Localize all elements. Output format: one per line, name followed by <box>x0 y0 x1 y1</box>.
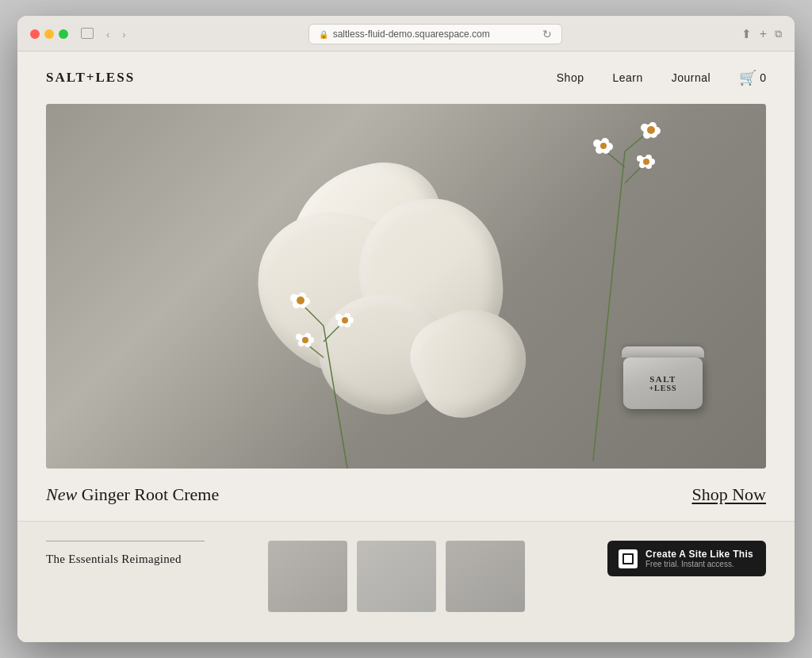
essentials-title: The Essentials Reimagined <box>46 553 252 566</box>
svg-point-19 <box>645 155 652 161</box>
svg-line-2 <box>601 147 625 167</box>
product-thumb-1[interactable] <box>268 541 347 612</box>
squarespace-badge[interactable]: Create A Site Like This Free trial. Inst… <box>607 541 766 576</box>
cart-count: 0 <box>760 71 766 84</box>
svg-point-15 <box>596 146 603 154</box>
traffic-lights <box>30 29 68 39</box>
svg-line-3 <box>625 163 645 183</box>
svg-point-11 <box>596 141 606 151</box>
squarespace-text-wrap: Create A Site Like This Free trial. Inst… <box>645 549 753 568</box>
svg-point-17 <box>600 143 607 149</box>
nav-learn[interactable]: Learn <box>612 71 642 84</box>
browser-actions: ⬆ + ⧉ <box>741 27 782 41</box>
hero-background: SALT +LESS <box>46 104 766 469</box>
svg-point-5 <box>649 122 657 130</box>
bottom-section: The Essentials Reimagined Create A Site … <box>17 521 795 642</box>
share-icon[interactable]: ⬆ <box>741 27 752 41</box>
svg-point-8 <box>643 131 651 139</box>
svg-point-20 <box>649 159 655 165</box>
svg-point-4 <box>643 124 654 136</box>
squarespace-main-text: Create A Site Like This <box>645 549 753 560</box>
back-button[interactable]: ‹ <box>103 27 113 42</box>
address-bar[interactable]: 🔒 saltless-fluid-demo.squarespace.com ↻ <box>308 24 562 44</box>
svg-point-24 <box>643 159 649 165</box>
shop-now-button[interactable]: Shop Now <box>691 484 766 505</box>
window-icon[interactable] <box>78 26 97 43</box>
svg-point-23 <box>637 155 643 162</box>
lock-icon: 🔒 <box>319 30 328 39</box>
site-logo[interactable]: SALT+LESS <box>46 70 135 86</box>
foam-sculpture <box>240 136 542 437</box>
svg-point-21 <box>645 163 652 169</box>
cart-icon: 🛒 <box>739 69 756 86</box>
jar-label: SALT +LESS <box>649 374 676 392</box>
svg-point-18 <box>640 157 649 166</box>
address-bar-wrap: 🔒 saltless-fluid-demo.squarespace.com ↻ <box>139 24 732 44</box>
jar-brand-line1: SALT <box>649 374 676 384</box>
product-thumbnails <box>268 541 592 612</box>
new-tab-icon[interactable]: + <box>760 27 767 41</box>
svg-point-14 <box>602 146 610 154</box>
product-title: New Ginger Root Creme <box>46 484 219 505</box>
product-title-italic: New <box>46 484 77 504</box>
url-text: saltless-fluid-demo.squarespace.com <box>333 29 490 40</box>
hero-image: SALT +LESS <box>46 104 766 469</box>
close-button[interactable] <box>30 29 40 39</box>
squarespace-sub-text: Free trial. Instant access. <box>645 560 753 568</box>
svg-point-9 <box>641 124 649 132</box>
site-content: SALT+LESS Shop Learn Journal 🛒 0 <box>17 52 795 642</box>
minimize-button[interactable] <box>44 29 54 39</box>
forward-button[interactable]: › <box>119 27 128 42</box>
product-caption: New Ginger Root Creme Shop Now <box>17 469 795 521</box>
svg-point-16 <box>593 140 601 147</box>
svg-line-0 <box>593 151 625 461</box>
windows-icon[interactable]: ⧉ <box>775 28 782 40</box>
svg-point-10 <box>647 126 655 134</box>
browser-controls: ‹ › <box>78 26 129 43</box>
nav-journal[interactable]: Journal <box>672 71 710 84</box>
svg-point-7 <box>649 130 657 138</box>
product-title-rest: Ginger Root Creme <box>77 484 219 504</box>
nav-links: Shop Learn Journal 🛒 0 <box>557 69 766 86</box>
maximize-button[interactable] <box>59 29 68 39</box>
svg-point-13 <box>605 143 613 151</box>
browser-window: ‹ › 🔒 saltless-fluid-demo.squarespace.co… <box>17 16 795 642</box>
squarespace-logo <box>619 549 638 568</box>
svg-point-12 <box>601 138 609 146</box>
product-thumb-2[interactable] <box>357 541 436 612</box>
browser-chrome: ‹ › 🔒 saltless-fluid-demo.squarespace.co… <box>17 16 795 52</box>
essentials-text: The Essentials Reimagined <box>46 541 252 566</box>
jar-body: SALT +LESS <box>623 358 703 409</box>
svg-line-1 <box>625 132 649 151</box>
product-thumb-3[interactable] <box>446 541 525 612</box>
nav-shop[interactable]: Shop <box>557 71 584 84</box>
essentials-divider <box>46 541 205 541</box>
reload-icon[interactable]: ↻ <box>542 28 552 40</box>
cart-button[interactable]: 🛒 0 <box>739 69 766 86</box>
site-nav: SALT+LESS Shop Learn Journal 🛒 0 <box>17 52 795 104</box>
svg-point-6 <box>653 127 661 135</box>
squarespace-logo-inner <box>622 553 634 564</box>
product-jar: SALT +LESS <box>623 358 703 421</box>
jar-lid <box>622 346 704 358</box>
jar-brand-line2: +LESS <box>649 384 676 392</box>
svg-point-22 <box>639 162 645 168</box>
